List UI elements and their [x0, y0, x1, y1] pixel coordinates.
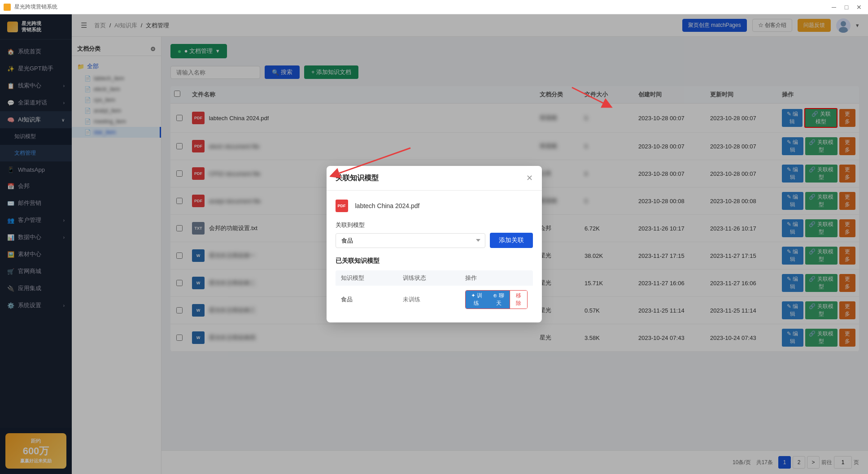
linked-model-actions: ✦ 训练 ⊕ 聊天 移除 [465, 290, 528, 309]
maximize-button[interactable]: □ [841, 2, 852, 13]
linked-model-status: 未训练 [403, 296, 465, 304]
modal-linked-title: 已关联知识模型 [336, 257, 533, 265]
linked-model-name: 食品 [341, 296, 403, 304]
titlebar: 星光跨境营销系统 ─ □ ✕ [0, 0, 868, 14]
modal-action-group: ✦ 训练 ⊕ 聊天 移除 [465, 290, 528, 309]
titlebar-left: 星光跨境营销系统 [4, 3, 57, 11]
train-button[interactable]: ✦ 训练 [466, 291, 488, 309]
modal-close-button[interactable]: ✕ [526, 173, 533, 183]
app-title: 星光跨境营销系统 [14, 3, 57, 11]
modal-header: 关联知识模型 ✕ [327, 166, 542, 191]
modal-overlay: 关联知识模型 ✕ PDF labtech China 2024.pdf 关联到模… [0, 14, 868, 474]
modal-file-pdf-icon: PDF [336, 200, 348, 212]
modal-body: PDF labtech China 2024.pdf 关联到模型 食品 添加关联… [327, 191, 542, 322]
modal-select-row: 食品 添加关联 [336, 233, 533, 248]
modal-col-actions: 操作 [465, 274, 528, 282]
modal-table: 知识模型 训练状态 操作 食品 未训练 ✦ 训练 ⊕ 聊天 移除 [336, 270, 533, 313]
svg-line-2 [572, 87, 608, 105]
minimize-button[interactable]: ─ [829, 2, 839, 13]
app-icon [4, 4, 11, 11]
chat-button[interactable]: ⊕ 聊天 [488, 291, 510, 309]
titlebar-controls: ─ □ ✕ [829, 2, 864, 13]
red-arrow-to-button [570, 85, 615, 112]
close-button[interactable]: ✕ [854, 2, 864, 13]
modal-col-model: 知识模型 [341, 274, 403, 282]
modal-title: 关联知识模型 [336, 174, 379, 183]
modal-col-status: 训练状态 [403, 274, 465, 282]
modal-file-row: PDF labtech China 2024.pdf [336, 200, 533, 212]
modal-table-header: 知识模型 训练状态 操作 [336, 270, 533, 286]
modal-table-row: 食品 未训练 ✦ 训练 ⊕ 聊天 移除 [336, 286, 533, 313]
modal-file-name: labtech China 2024.pdf [355, 202, 420, 209]
add-link-button[interactable]: 添加关联 [490, 233, 533, 248]
modal-link-label: 关联到模型 [336, 221, 533, 229]
remove-button[interactable]: 移除 [510, 291, 527, 309]
modal-associate-model: 关联知识模型 ✕ PDF labtech China 2024.pdf 关联到模… [327, 166, 542, 322]
model-select[interactable]: 食品 [336, 233, 485, 248]
